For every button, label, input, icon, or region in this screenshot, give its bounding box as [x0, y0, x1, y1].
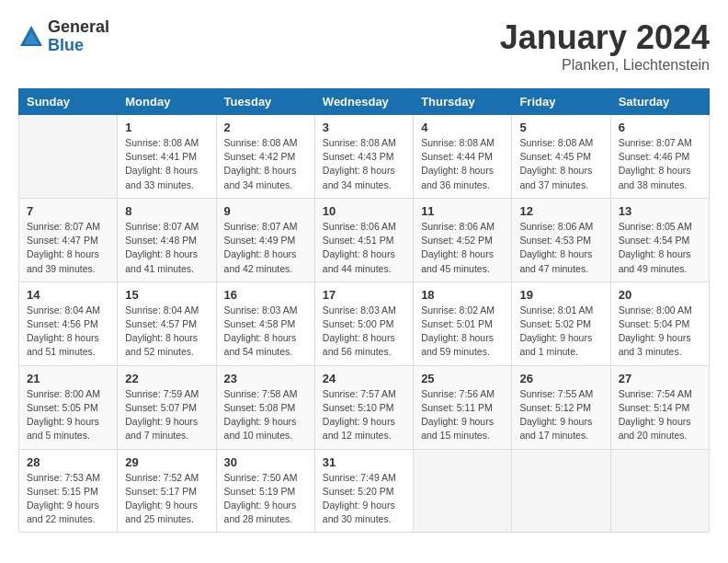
day-number: 6 [619, 121, 701, 134]
day-cell: 31Sunrise: 7:49 AMSunset: 5:20 PMDayligh… [314, 449, 413, 533]
week-row-1: 1Sunrise: 8:08 AMSunset: 4:41 PMDaylight… [19, 115, 710, 199]
day-info: Sunrise: 8:08 AMSunset: 4:45 PMDaylight:… [519, 136, 602, 192]
logo: General Blue [18, 18, 109, 55]
day-cell: 22Sunrise: 7:59 AMSunset: 5:07 PMDayligh… [118, 365, 216, 449]
day-number: 13 [619, 204, 701, 218]
day-number: 18 [421, 288, 504, 302]
day-cell: 23Sunrise: 7:58 AMSunset: 5:08 PMDayligh… [216, 365, 314, 449]
col-saturday: Saturday [610, 89, 709, 115]
day-number: 3 [323, 121, 405, 134]
day-info: Sunrise: 8:05 AMSunset: 4:54 PMDaylight:… [619, 220, 701, 276]
day-number: 31 [323, 455, 405, 469]
day-number: 5 [519, 121, 602, 134]
day-info: Sunrise: 8:00 AMSunset: 5:05 PMDaylight:… [27, 387, 109, 443]
day-info: Sunrise: 8:01 AMSunset: 5:02 PMDaylight:… [519, 304, 602, 360]
day-cell: 3Sunrise: 8:08 AMSunset: 4:43 PMDaylight… [314, 115, 413, 199]
col-sunday: Sunday [19, 89, 118, 115]
day-cell: 15Sunrise: 8:04 AMSunset: 4:57 PMDayligh… [118, 282, 216, 365]
col-thursday: Thursday [414, 89, 512, 115]
day-info: Sunrise: 7:55 AMSunset: 5:12 PMDaylight:… [519, 387, 602, 443]
day-info: Sunrise: 7:50 AMSunset: 5:19 PMDaylight:… [224, 471, 307, 527]
day-number: 2 [224, 121, 307, 134]
day-info: Sunrise: 8:06 AMSunset: 4:51 PMDaylight:… [323, 220, 405, 276]
day-info: Sunrise: 8:07 AMSunset: 4:46 PMDaylight:… [619, 136, 701, 192]
calendar: Sunday Monday Tuesday Wednesday Thursday… [18, 88, 710, 533]
day-cell: 1Sunrise: 8:08 AMSunset: 4:41 PMDaylight… [118, 115, 216, 199]
day-info: Sunrise: 8:06 AMSunset: 4:53 PMDaylight:… [519, 220, 602, 276]
day-cell: 26Sunrise: 7:55 AMSunset: 5:12 PMDayligh… [512, 365, 610, 449]
day-info: Sunrise: 7:56 AMSunset: 5:11 PMDaylight:… [421, 387, 504, 443]
week-row-3: 14Sunrise: 8:04 AMSunset: 4:56 PMDayligh… [19, 282, 710, 365]
day-cell [610, 449, 709, 533]
day-number: 16 [224, 288, 307, 302]
calendar-body: 1Sunrise: 8:08 AMSunset: 4:41 PMDaylight… [19, 115, 710, 533]
day-number: 12 [519, 204, 602, 218]
logo-blue: Blue [48, 37, 109, 55]
month-title: January 2024 [500, 18, 710, 57]
day-number: 7 [27, 204, 109, 218]
day-cell [19, 115, 118, 199]
day-number: 9 [224, 204, 307, 218]
day-info: Sunrise: 7:53 AMSunset: 5:15 PMDaylight:… [27, 471, 109, 527]
day-number: 20 [619, 288, 701, 302]
day-number: 1 [125, 121, 208, 134]
day-info: Sunrise: 8:04 AMSunset: 4:57 PMDaylight:… [125, 304, 208, 360]
day-number: 15 [125, 288, 208, 302]
day-number: 22 [125, 372, 208, 385]
day-number: 14 [27, 288, 109, 302]
day-info: Sunrise: 8:07 AMSunset: 4:47 PMDaylight:… [27, 220, 109, 276]
day-cell: 8Sunrise: 8:07 AMSunset: 4:48 PMDaylight… [118, 198, 216, 282]
day-cell: 18Sunrise: 8:02 AMSunset: 5:01 PMDayligh… [414, 282, 512, 365]
day-number: 27 [619, 372, 701, 385]
day-number: 17 [323, 288, 405, 302]
week-row-4: 21Sunrise: 8:00 AMSunset: 5:05 PMDayligh… [19, 365, 710, 449]
day-info: Sunrise: 8:08 AMSunset: 4:43 PMDaylight:… [323, 136, 405, 192]
col-wednesday: Wednesday [314, 89, 413, 115]
day-cell: 30Sunrise: 7:50 AMSunset: 5:19 PMDayligh… [216, 449, 314, 533]
day-cell [414, 449, 512, 533]
day-info: Sunrise: 8:02 AMSunset: 5:01 PMDaylight:… [421, 304, 504, 360]
day-cell: 27Sunrise: 7:54 AMSunset: 5:14 PMDayligh… [610, 365, 709, 449]
day-info: Sunrise: 7:57 AMSunset: 5:10 PMDaylight:… [323, 387, 405, 443]
day-cell: 4Sunrise: 8:08 AMSunset: 4:44 PMDaylight… [414, 115, 512, 199]
day-info: Sunrise: 7:49 AMSunset: 5:20 PMDaylight:… [323, 471, 405, 527]
day-cell: 28Sunrise: 7:53 AMSunset: 5:15 PMDayligh… [19, 449, 118, 533]
day-cell: 29Sunrise: 7:52 AMSunset: 5:17 PMDayligh… [118, 449, 216, 533]
day-number: 4 [421, 121, 504, 134]
header-row: Sunday Monday Tuesday Wednesday Thursday… [19, 89, 710, 115]
title-area: January 2024 Planken, Liechtenstein [500, 18, 710, 74]
day-cell: 13Sunrise: 8:05 AMSunset: 4:54 PMDayligh… [610, 198, 709, 282]
day-info: Sunrise: 8:07 AMSunset: 4:48 PMDaylight:… [125, 220, 208, 276]
day-info: Sunrise: 8:06 AMSunset: 4:52 PMDaylight:… [421, 220, 504, 276]
day-cell: 6Sunrise: 8:07 AMSunset: 4:46 PMDaylight… [610, 115, 709, 199]
day-cell: 7Sunrise: 8:07 AMSunset: 4:47 PMDaylight… [19, 198, 118, 282]
location: Planken, Liechtenstein [500, 57, 710, 74]
day-cell: 10Sunrise: 8:06 AMSunset: 4:51 PMDayligh… [314, 198, 413, 282]
day-cell: 25Sunrise: 7:56 AMSunset: 5:11 PMDayligh… [414, 365, 512, 449]
day-info: Sunrise: 8:00 AMSunset: 5:04 PMDaylight:… [619, 304, 701, 360]
day-number: 29 [125, 455, 208, 469]
day-info: Sunrise: 7:58 AMSunset: 5:08 PMDaylight:… [224, 387, 307, 443]
calendar-header: Sunday Monday Tuesday Wednesday Thursday… [19, 89, 710, 115]
day-number: 30 [224, 455, 307, 469]
day-info: Sunrise: 8:08 AMSunset: 4:44 PMDaylight:… [421, 136, 504, 192]
day-number: 24 [323, 372, 405, 385]
day-cell [512, 449, 610, 533]
week-row-5: 28Sunrise: 7:53 AMSunset: 5:15 PMDayligh… [19, 449, 710, 533]
day-info: Sunrise: 8:04 AMSunset: 4:56 PMDaylight:… [27, 304, 109, 360]
day-cell: 5Sunrise: 8:08 AMSunset: 4:45 PMDaylight… [512, 115, 610, 199]
day-cell: 16Sunrise: 8:03 AMSunset: 4:58 PMDayligh… [216, 282, 314, 365]
day-cell: 9Sunrise: 8:07 AMSunset: 4:49 PMDaylight… [216, 198, 314, 282]
day-number: 8 [125, 204, 208, 218]
day-info: Sunrise: 7:59 AMSunset: 5:07 PMDaylight:… [125, 387, 208, 443]
day-number: 10 [323, 204, 405, 218]
page-header: General Blue January 2024 Planken, Liech… [18, 18, 710, 74]
day-cell: 14Sunrise: 8:04 AMSunset: 4:56 PMDayligh… [19, 282, 118, 365]
col-friday: Friday [512, 89, 610, 115]
day-info: Sunrise: 8:07 AMSunset: 4:49 PMDaylight:… [224, 220, 307, 276]
day-info: Sunrise: 7:54 AMSunset: 5:14 PMDaylight:… [619, 387, 701, 443]
logo-text: General Blue [48, 18, 109, 55]
week-row-2: 7Sunrise: 8:07 AMSunset: 4:47 PMDaylight… [19, 198, 710, 282]
day-cell: 11Sunrise: 8:06 AMSunset: 4:52 PMDayligh… [414, 198, 512, 282]
day-cell: 19Sunrise: 8:01 AMSunset: 5:02 PMDayligh… [512, 282, 610, 365]
